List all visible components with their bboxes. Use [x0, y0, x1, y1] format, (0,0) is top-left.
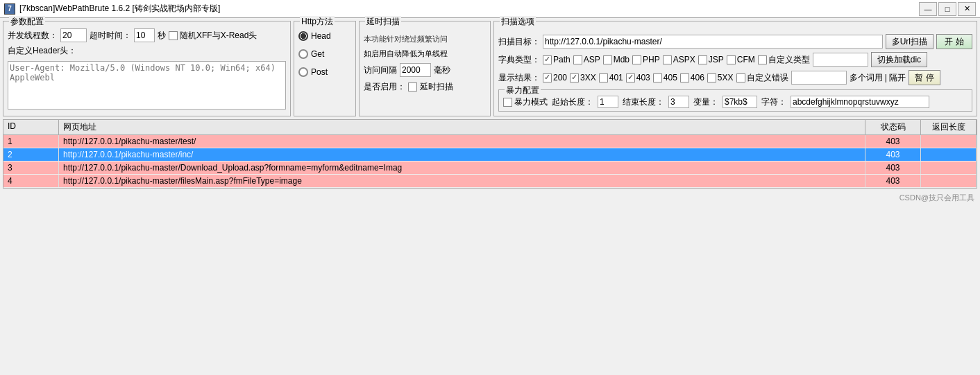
show-results-row: 显示结果： 200 3XX 401 403 — [498, 70, 972, 85]
brute-mode-text: 暴力模式 — [514, 96, 548, 108]
row-url: http://127.0.0.1/pikachu-master/inc/ — [59, 148, 865, 161]
post-radio[interactable] — [298, 67, 308, 77]
show-3xx[interactable]: 3XX — [570, 73, 596, 82]
window-title: [7kbscan]WebPathBrute 1.6.2 [铸剑实战靶场内部专版] — [19, 3, 220, 15]
dict-mdb[interactable]: Mdb — [603, 55, 630, 64]
start-len-input[interactable] — [598, 96, 618, 108]
random-xff-checkbox[interactable] — [169, 31, 178, 40]
http-head-option[interactable]: Head — [298, 31, 351, 41]
dict-cfm[interactable]: CFM — [727, 55, 755, 64]
http-post-option[interactable]: Post — [298, 67, 351, 77]
pause-button[interactable]: 暂 停 — [909, 70, 940, 85]
brute-row: 暴力模式 起始长度： 结束长度： 变量： 字符： — [503, 96, 968, 108]
show-200[interactable]: 200 — [543, 73, 567, 82]
chars-input[interactable] — [791, 96, 929, 108]
custom-type-input[interactable] — [813, 53, 868, 67]
timeout-unit: 秒 — [158, 30, 166, 42]
aspx-checkbox[interactable] — [663, 55, 672, 64]
end-len-input[interactable] — [668, 96, 689, 108]
maximize-button[interactable]: □ — [938, 2, 956, 16]
row-id: 3 — [3, 162, 59, 174]
row-id: 2 — [3, 148, 59, 161]
custom-error-input[interactable] — [791, 71, 847, 85]
brute-mode-label[interactable]: 暴力模式 — [503, 96, 548, 108]
scan-target-input[interactable] — [543, 35, 883, 49]
table-row[interactable]: 1 http://127.0.0.1/pikachu-master/test/ … — [3, 135, 977, 148]
row-url: http://127.0.0.1/pikachu-master/test/ — [59, 135, 865, 148]
custom-type-checkbox[interactable] — [758, 55, 767, 64]
row-length — [921, 162, 977, 174]
footer-text: CSDN@技只会用工具 — [899, 193, 974, 203]
show-custom-error[interactable]: 自定义错误 — [736, 72, 788, 84]
mdb-checkbox[interactable] — [603, 55, 612, 64]
switch-dict-button[interactable]: 切换加载dic — [871, 52, 927, 67]
row-length — [921, 175, 977, 187]
auto-reduce-label: 如启用自动降低为单线程 — [364, 49, 486, 59]
interval-row: 访问间隔 毫秒 — [364, 63, 486, 77]
timeout-input[interactable] — [134, 28, 155, 42]
var-input[interactable] — [723, 96, 757, 108]
footer-bar: CSDN@技只会用工具 — [0, 191, 980, 204]
table-row[interactable]: 2 http://127.0.0.1/pikachu-master/inc/ 4… — [3, 148, 977, 162]
get-radio[interactable] — [298, 49, 308, 59]
php-checkbox[interactable] — [632, 55, 641, 64]
top-panel: 参数配置 并发线程数： 超时时间： 秒 随机XFF与X-Read头 自定义Hea… — [3, 21, 977, 116]
enable-row: 是否启用： 延时扫描 — [364, 81, 486, 93]
brute-mode-checkbox[interactable] — [503, 98, 512, 107]
scan-target-label: 扫描目标： — [498, 36, 540, 48]
dict-asp[interactable]: ASP — [573, 55, 600, 64]
show-3xx-checkbox[interactable] — [570, 73, 579, 82]
show-405-checkbox[interactable] — [653, 73, 662, 82]
params-threads-row: 并发线程数： 超时时间： 秒 随机XFF与X-Read头 — [8, 28, 286, 42]
show-403[interactable]: 403 — [626, 73, 650, 82]
minimize-button[interactable]: — — [919, 2, 937, 16]
params-group: 参数配置 并发线程数： 超时时间： 秒 随机XFF与X-Read头 自定义Hea… — [3, 21, 291, 116]
dict-type-label: 字典类型： — [498, 54, 540, 66]
show-401[interactable]: 401 — [599, 73, 623, 82]
http-get-option[interactable]: Get — [298, 49, 351, 59]
row-url: http://127.0.0.1/pikachu-master/Download… — [59, 162, 865, 174]
show-405[interactable]: 405 — [653, 73, 677, 82]
brute-title: 暴力配置 — [505, 85, 541, 96]
table-row[interactable]: 3 http://127.0.0.1/pikachu-master/Downlo… — [3, 162, 977, 175]
show-401-checkbox[interactable] — [599, 73, 608, 82]
chars-label: 字符： — [761, 96, 786, 108]
close-button[interactable]: ✕ — [958, 2, 976, 16]
head-radio[interactable] — [298, 31, 308, 41]
dict-jsp[interactable]: JSP — [698, 55, 724, 64]
show-406-checkbox[interactable] — [680, 73, 689, 82]
threads-input[interactable] — [60, 28, 87, 42]
dict-php[interactable]: PHP — [632, 55, 660, 64]
cfm-checkbox[interactable] — [727, 55, 736, 64]
show-406[interactable]: 406 — [680, 73, 704, 82]
path-checkbox[interactable] — [543, 55, 552, 64]
show-200-checkbox[interactable] — [543, 73, 552, 82]
custom-header-label-row: 自定义Header头： — [8, 45, 286, 57]
enable-label: 是否启用： — [364, 81, 405, 93]
show-5xx[interactable]: 5XX — [707, 73, 734, 82]
row-status: 403 — [865, 162, 921, 174]
multi-url-button[interactable]: 多Url扫描 — [886, 34, 933, 49]
title-bar: 7 [7kbscan]WebPathBrute 1.6.2 [铸剑实战靶场内部专… — [0, 0, 980, 18]
show-custom-error-checkbox[interactable] — [736, 73, 745, 82]
jsp-checkbox[interactable] — [698, 55, 707, 64]
show-5xx-checkbox[interactable] — [707, 73, 716, 82]
table-row[interactable]: 4 http://127.0.0.1/pikachu-master/filesM… — [3, 175, 977, 188]
row-status: 403 — [865, 148, 921, 161]
delay-scan-desc: 本功能针对绕过频繁访问 — [364, 34, 486, 44]
show-403-checkbox[interactable] — [626, 73, 635, 82]
dict-aspx[interactable]: ASPX — [663, 55, 695, 64]
scan-options-group: 扫描选项 扫描目标： 多Url扫描 开 始 字典类型： Path ASP — [493, 21, 977, 116]
asp-checkbox[interactable] — [573, 55, 582, 64]
dict-path[interactable]: Path — [543, 55, 571, 64]
interval-input[interactable] — [400, 63, 431, 77]
start-button[interactable]: 开 始 — [936, 34, 972, 49]
row-status: 403 — [865, 175, 921, 187]
show-results-label: 显示结果： — [498, 72, 540, 84]
col-header-status: 状态码 — [865, 120, 921, 134]
header-textarea[interactable] — [8, 61, 286, 110]
enable-delay-checkbox[interactable] — [408, 82, 417, 91]
dict-type-row: 字典类型： Path ASP Mdb PHP — [498, 52, 972, 67]
dict-custom[interactable]: 自定义类型 — [758, 54, 810, 66]
row-length — [921, 135, 977, 148]
